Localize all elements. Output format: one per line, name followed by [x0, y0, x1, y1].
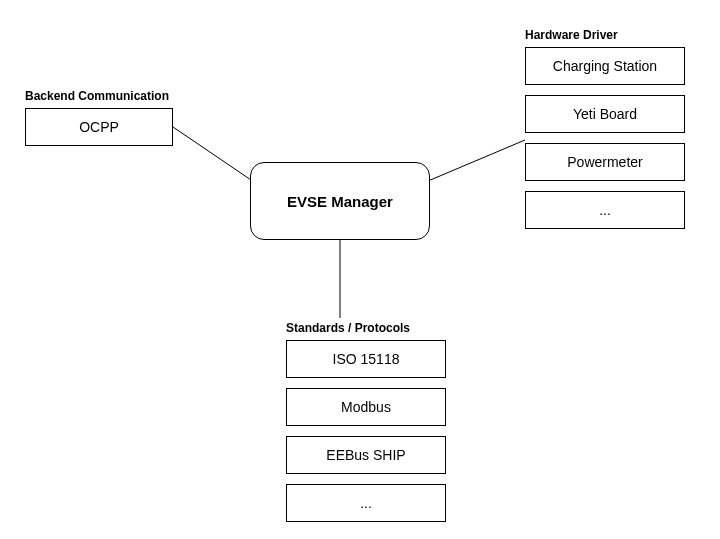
- standards-section-title: Standards / Protocols: [286, 321, 410, 335]
- evse-manager-node: EVSE Manager: [250, 162, 430, 240]
- hardware-item-charging-station: Charging Station: [525, 47, 685, 85]
- standards-item-iso15118: ISO 15118: [286, 340, 446, 378]
- svg-line-0: [173, 127, 254, 182]
- backend-item-ocpp: OCPP: [25, 108, 173, 146]
- hardware-item-powermeter: Powermeter: [525, 143, 685, 181]
- backend-section-title: Backend Communication: [25, 89, 169, 103]
- standards-item-modbus: Modbus: [286, 388, 446, 426]
- standards-item-more: ...: [286, 484, 446, 522]
- hardware-item-yeti-board: Yeti Board: [525, 95, 685, 133]
- diagram-canvas: Backend Communication OCPP EVSE Manager …: [0, 0, 720, 539]
- hardware-item-more: ...: [525, 191, 685, 229]
- svg-line-1: [428, 140, 525, 181]
- standards-item-eebus-ship: EEBus SHIP: [286, 436, 446, 474]
- hardware-section-title: Hardware Driver: [525, 28, 618, 42]
